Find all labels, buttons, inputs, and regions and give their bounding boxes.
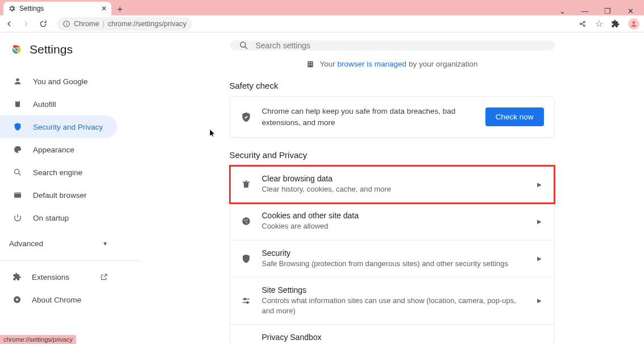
safety-description: Chrome can help keep you safe from data … xyxy=(262,106,475,128)
maximize-icon[interactable]: ❐ xyxy=(602,7,613,15)
status-bar: chrome://settings/privacy xyxy=(0,335,76,344)
forward-button[interactable] xyxy=(22,19,31,28)
building-icon xyxy=(306,60,314,68)
svg-point-18 xyxy=(240,42,246,47)
tab-title: Settings xyxy=(19,5,98,13)
palette-icon xyxy=(13,145,23,154)
address-chip: Chrome xyxy=(74,20,99,28)
extensions-label: Extensions xyxy=(32,273,69,281)
close-icon[interactable]: ✕ xyxy=(101,5,107,13)
power-icon xyxy=(13,213,23,222)
search-icon xyxy=(239,40,249,51)
chevron-right-icon: ▶ xyxy=(537,218,542,225)
check-now-button[interactable]: Check now xyxy=(485,107,544,126)
sidebar-item-label: Appearance xyxy=(33,146,74,154)
toolbar: Chrome | chrome://settings/privacy ☆ xyxy=(0,15,644,32)
row-security[interactable]: Security Safe Browsing (protection from … xyxy=(230,241,554,277)
minimize-icon[interactable]: ― xyxy=(579,7,591,15)
row-subtitle: Safe Browsing (protection from dangerous… xyxy=(262,259,527,269)
sidebar-item-on-startup[interactable]: On startup xyxy=(0,206,117,229)
sidebar-item-label: Search engine xyxy=(33,168,82,177)
extensions-icon[interactable] xyxy=(611,19,620,28)
svg-rect-11 xyxy=(15,101,20,107)
sidebar-item-appearance[interactable]: Appearance xyxy=(0,138,117,161)
svg-point-27 xyxy=(246,222,247,223)
share-icon[interactable] xyxy=(578,19,587,28)
address-bar[interactable]: Chrome | chrome://settings/privacy xyxy=(57,17,192,31)
external-link-icon xyxy=(100,273,108,281)
svg-point-13 xyxy=(15,169,19,174)
row-title: Privacy Sandbox xyxy=(262,333,544,342)
row-title: Cookies and other site data xyxy=(262,211,527,220)
chevron-down-icon[interactable]: ⌄ xyxy=(556,7,568,15)
back-button[interactable] xyxy=(5,19,14,28)
sliders-icon xyxy=(240,296,252,306)
browser-tab[interactable]: Settings ✕ xyxy=(3,2,111,15)
privacy-card: Clear browsing data Clear history, cooki… xyxy=(230,165,555,344)
new-tab-button[interactable]: ＋ xyxy=(114,3,126,15)
svg-rect-2 xyxy=(66,22,67,22)
close-window-icon[interactable]: ✕ xyxy=(625,7,636,15)
row-privacy-sandbox[interactable]: Privacy Sandbox xyxy=(230,325,554,344)
svg-point-4 xyxy=(583,25,585,27)
sidebar-extensions[interactable]: Extensions xyxy=(0,266,140,288)
search-settings[interactable] xyxy=(230,40,555,51)
sidebar-item-default-browser[interactable]: Default browser xyxy=(0,184,117,206)
reload-button[interactable] xyxy=(39,19,48,28)
svg-point-6 xyxy=(633,21,635,24)
trash-icon xyxy=(240,179,252,189)
svg-point-10 xyxy=(16,78,19,81)
puzzle-icon xyxy=(13,272,22,281)
row-cookies[interactable]: Cookies and other site data Cookies are … xyxy=(230,203,554,240)
sidebar-about-chrome[interactable]: About Chrome xyxy=(0,288,140,311)
address-url: chrome://settings/privacy xyxy=(108,20,186,28)
search-icon xyxy=(13,168,23,177)
row-subtitle: Cookies are allowed xyxy=(262,221,527,231)
row-subtitle: Clear history, cookies, cache, and more xyxy=(262,184,527,194)
svg-point-25 xyxy=(244,220,245,221)
safety-check-card: Chrome can help keep you safe from data … xyxy=(230,96,555,138)
svg-rect-21 xyxy=(311,62,312,63)
svg-point-28 xyxy=(244,298,246,300)
sidebar-item-security[interactable]: Security and Privacy xyxy=(0,115,117,138)
svg-point-29 xyxy=(246,301,248,303)
svg-rect-22 xyxy=(309,64,310,65)
chevron-down-icon: ▼ xyxy=(102,241,108,247)
sidebar-item-you-and-google[interactable]: You and Google xyxy=(0,70,117,93)
safety-check-title: Safety check xyxy=(230,81,555,90)
search-input[interactable] xyxy=(256,41,546,50)
shield-icon xyxy=(13,122,23,131)
bookmark-icon[interactable]: ☆ xyxy=(595,18,603,29)
sidebar-item-search-engine[interactable]: Search engine xyxy=(0,161,117,184)
chrome-icon xyxy=(13,295,22,304)
row-title: Site Settings xyxy=(262,285,527,295)
svg-point-26 xyxy=(246,219,247,221)
row-site-settings[interactable]: Site Settings Controls what information … xyxy=(230,277,554,325)
page-title: Settings xyxy=(30,43,73,56)
browser-icon xyxy=(13,190,23,200)
svg-point-24 xyxy=(242,218,250,226)
clipboard-icon xyxy=(13,100,23,109)
gear-icon xyxy=(8,5,16,13)
svg-rect-19 xyxy=(308,61,313,67)
row-title: Security xyxy=(262,248,527,258)
svg-point-17 xyxy=(16,299,18,301)
profile-avatar[interactable] xyxy=(628,18,639,30)
sidebar: Settings You and Google Autofill Securit… xyxy=(0,32,140,344)
svg-point-5 xyxy=(580,23,581,24)
svg-rect-15 xyxy=(14,192,21,194)
row-clear-browsing-data[interactable]: Clear browsing data Clear history, cooki… xyxy=(230,166,554,203)
sidebar-item-label: Default browser xyxy=(33,191,87,200)
sidebar-item-label: Autofill xyxy=(33,100,56,109)
shield-icon xyxy=(240,254,252,264)
main-content: Your browser is managed by your organiza… xyxy=(140,32,644,344)
advanced-label: Advanced xyxy=(9,239,43,248)
sidebar-item-label: You and Google xyxy=(33,77,88,86)
site-info-icon[interactable] xyxy=(63,20,70,28)
managed-link[interactable]: browser is managed xyxy=(338,60,407,68)
svg-rect-1 xyxy=(66,23,67,25)
row-title: Clear browsing data xyxy=(262,174,527,183)
row-subtitle: Controls what information sites can use … xyxy=(262,296,527,316)
sidebar-item-autofill[interactable]: Autofill xyxy=(0,93,117,115)
sidebar-advanced[interactable]: Advanced ▼ xyxy=(0,229,140,258)
